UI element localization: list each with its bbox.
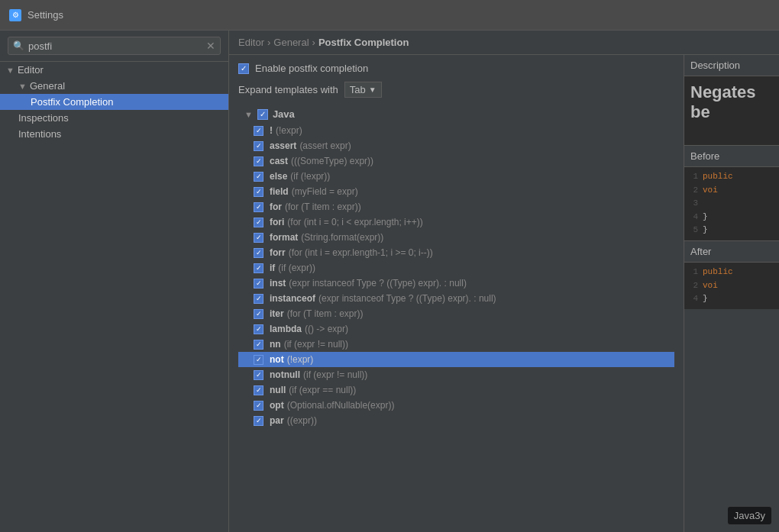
template-item[interactable]: format (String.format(expr)): [238, 230, 674, 245]
template-checkbox[interactable]: [254, 202, 263, 212]
line-number: 4: [689, 292, 698, 306]
template-name: !: [270, 125, 273, 136]
template-checkbox[interactable]: [254, 248, 263, 258]
template-item[interactable]: forr (for (int i = expr.length-1; i >= 0…: [238, 245, 674, 260]
breadcrumb: Editor › General › Postfix Completion: [229, 31, 779, 55]
java-checkbox[interactable]: [257, 109, 268, 120]
template-name: forr: [270, 247, 286, 258]
template-checkbox[interactable]: [254, 233, 263, 243]
template-item[interactable]: instanceof (expr instanceof Type ? ((Typ…: [238, 291, 674, 306]
template-name: par: [270, 415, 284, 426]
after-header: After: [684, 240, 779, 263]
template-checkbox[interactable]: [254, 141, 263, 151]
search-clear-button[interactable]: ✕: [206, 40, 215, 52]
template-checkbox[interactable]: [254, 324, 263, 334]
dropdown-arrow-icon: ▼: [369, 85, 377, 94]
template-item[interactable]: fori (for (int i = 0; i < expr.length; i…: [238, 214, 674, 230]
template-item[interactable]: iter (for (T item : expr)): [238, 306, 674, 321]
template-checkbox[interactable]: [254, 279, 263, 289]
template-checkbox[interactable]: [254, 294, 263, 304]
template-item-not[interactable]: not (!expr): [238, 352, 674, 367]
template-name: opt: [270, 400, 284, 411]
template-item[interactable]: ! (!expr): [238, 123, 674, 138]
template-desc: (!expr): [276, 125, 302, 136]
breadcrumb-sep1: ›: [267, 37, 270, 48]
template-desc: ((expr)): [287, 415, 317, 426]
title-text: Settings: [27, 9, 63, 21]
template-item[interactable]: if (if (expr)): [238, 260, 674, 276]
sidebar-item-label: Inspections: [18, 112, 69, 124]
code-text: voi: [703, 279, 718, 293]
left-panel: Enable postfix completion Expand templat…: [229, 55, 684, 532]
template-item[interactable]: for (for (T item : expr)): [238, 199, 674, 214]
template-checkbox[interactable]: [254, 172, 263, 182]
breadcrumb-editor: Editor: [238, 37, 264, 48]
description-text: Negates be: [690, 82, 773, 122]
line-number: 3: [689, 197, 698, 211]
template-checkbox[interactable]: [254, 309, 263, 319]
sidebar-item-intentions[interactable]: Intentions: [0, 126, 228, 142]
template-checkbox[interactable]: [254, 355, 263, 365]
template-name: nn: [270, 339, 281, 350]
template-checkbox[interactable]: [254, 156, 263, 166]
template-item[interactable]: else (if (!expr)): [238, 169, 674, 184]
template-item[interactable]: lambda (() -> expr): [238, 321, 674, 337]
code-line-a4: 4 }: [689, 292, 774, 306]
template-checkbox[interactable]: [254, 126, 263, 136]
sidebar-item-general[interactable]: ▼ General: [0, 78, 228, 94]
template-name: field: [270, 186, 289, 197]
template-item[interactable]: cast (((SomeType) expr)): [238, 153, 674, 169]
code-line-1: 1 public: [689, 170, 774, 184]
template-checkbox[interactable]: [254, 340, 263, 350]
template-name: fori: [270, 217, 284, 227]
watermark: Java3y: [728, 507, 771, 524]
template-name: null: [270, 385, 286, 395]
sidebar-item-editor[interactable]: ▼ Editor: [0, 62, 228, 78]
expand-dropdown[interactable]: Tab ▼: [344, 82, 382, 98]
search-input[interactable]: [28, 40, 206, 52]
code-text: }: [703, 211, 708, 224]
template-name: for: [270, 202, 282, 212]
template-item[interactable]: nn (if (expr != null)): [238, 337, 674, 352]
code-line-a2: 2 voi: [689, 279, 774, 293]
template-desc: (expr instanceof Type ? ((Type) expr). :…: [289, 278, 467, 289]
template-checkbox[interactable]: [254, 263, 263, 273]
sidebar-item-inspections[interactable]: Inspections: [0, 110, 228, 126]
template-checkbox[interactable]: [254, 370, 263, 380]
breadcrumb-sep2: ›: [312, 37, 315, 48]
line-number: 1: [689, 266, 698, 279]
enable-checkbox[interactable]: [238, 63, 249, 74]
line-number: 4: [689, 211, 698, 224]
template-desc: (assert expr): [299, 140, 351, 151]
sidebar-item-postfix-completion[interactable]: Postfix Completion: [0, 94, 228, 110]
java-expand-arrow: ▼: [244, 110, 253, 119]
template-checkbox[interactable]: [254, 401, 263, 411]
template-checkbox[interactable]: [254, 416, 263, 426]
settings-icon: ⚙: [9, 9, 21, 21]
template-item[interactable]: opt (Optional.ofNullable(expr)): [238, 398, 674, 413]
line-number: 5: [689, 224, 698, 237]
template-name: notnull: [270, 369, 300, 380]
content-area: Editor › General › Postfix Completion En…: [229, 31, 779, 532]
before-code-block: 1 public 2 voi 3 4 }: [684, 167, 779, 240]
code-text: public: [703, 266, 733, 279]
after-code-block: 1 public 2 voi 4 }: [684, 263, 779, 309]
template-item[interactable]: field (myField = expr): [238, 184, 674, 199]
template-item[interactable]: assert (assert expr): [238, 138, 674, 153]
template-checkbox[interactable]: [254, 385, 263, 395]
template-desc: (!expr): [287, 354, 314, 365]
template-checkbox[interactable]: [254, 187, 263, 197]
template-item[interactable]: null (if (expr == null)): [238, 382, 674, 398]
template-name: not: [270, 354, 284, 365]
template-checkbox[interactable]: [254, 218, 263, 227]
template-name: lambda: [270, 324, 302, 334]
description-header: Description: [684, 55, 779, 76]
template-item[interactable]: inst (expr instanceof Type ? ((Type) exp…: [238, 276, 674, 291]
code-line-5: 5 }: [689, 224, 774, 237]
template-name: instanceof: [270, 293, 315, 304]
template-item[interactable]: notnull (if (expr != null)): [238, 367, 674, 382]
template-item[interactable]: par ((expr)): [238, 413, 674, 428]
sidebar: 🔍 ✕ ▼ Editor ▼ General Postfix Completio…: [0, 31, 229, 532]
java-label: Java: [273, 108, 295, 120]
sidebar-item-label: Editor: [18, 64, 44, 76]
